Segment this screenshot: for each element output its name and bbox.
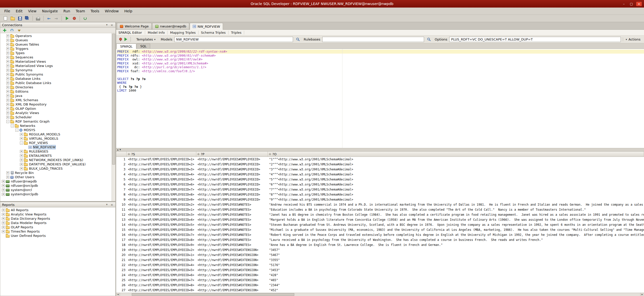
tree-item-queues[interactable]: +Queues (0, 38, 112, 42)
tree-item-all-reports[interactable]: +All Reports (0, 208, 115, 212)
expand-icon[interactable]: + (2, 217, 5, 220)
cell-s[interactable]: <http://nwrdf/EMPLOYEES/EMPLOYEEID=6> (127, 183, 196, 186)
debug-icon[interactable] (71, 15, 78, 21)
cell-p[interactable]: <http://nwrdf/EMPLOYEES#NOTES> (196, 233, 268, 237)
cell-s[interactable]: <http://nwrdf/EMPLOYEES/EMPLOYEEID=2> (127, 163, 196, 166)
tree-item-directories[interactable]: +Directories (0, 85, 112, 89)
tree-item-regular-models[interactable]: +REGULAR_MODELS (0, 132, 112, 136)
open-folder-icon[interactable] (9, 15, 16, 21)
tab-nw-rdfview[interactable]: NW_RDFVIEW (190, 23, 223, 30)
cell-s[interactable]: <http://nwrdf/EMPLOYEES/EMPLOYEEID=4> (127, 263, 196, 267)
cell-o[interactable]: "5467" (268, 253, 644, 257)
expand-icon[interactable]: + (6, 112, 9, 115)
expand-icon[interactable]: + (6, 176, 9, 179)
panel-menu-icon[interactable] (105, 203, 109, 207)
cell-o[interactable]: "Steven Buchanan graduated from St. Andr… (268, 223, 644, 227)
subtab-triples[interactable]: Triples (229, 31, 244, 34)
tree-item-rulebases[interactable]: +RULEBASES (0, 149, 112, 154)
expand-icon[interactable]: + (2, 184, 5, 187)
expand-icon[interactable]: + (20, 159, 23, 162)
tree-item-xml-schemas[interactable]: +XML Schemas (0, 98, 112, 102)
tree-item-analytic-view-reports[interactable]: +Analytic View Reports (0, 212, 115, 216)
expand-icon[interactable]: + (6, 94, 9, 97)
cell-p[interactable]: <http://nwrdf/EMPLOYEES#EXTENSION> (196, 288, 268, 292)
tree-item-analytic-views[interactable]: +Analytic Views (0, 111, 112, 115)
expand-icon[interactable]: + (6, 86, 9, 89)
cell-p[interactable]: <http://nwrdf/EMPLOYEES#EMPLOYEEID> (196, 158, 268, 161)
table-row[interactable]: 13<http://nwrdf/EMPLOYEES/EMPLOYEEID=4><… (116, 217, 644, 222)
cell-s[interactable]: <http://nwrdf/EMPLOYEES/EMPLOYEEID=9> (127, 198, 196, 201)
cell-o[interactable]: "Michael is a graduate of Sussex Univers… (268, 228, 644, 232)
cell-p[interactable]: <http://nwrdf/EMPLOYEES#NOTES> (196, 218, 268, 221)
templates-dropdown[interactable]: Templates ▾ (134, 36, 158, 42)
pin-icon[interactable] (119, 38, 122, 41)
tree-item-rdf-semantic-graph[interactable]: -RDF Semantic Graph (0, 119, 112, 124)
cell-s[interactable]: <http://nwrdf/EMPLOYEES/EMPLOYEEID=1> (127, 253, 196, 257)
cell-p[interactable]: <http://nwrdf/EMPLOYEES#NOTES> (196, 223, 268, 227)
tree-item-materialized-views[interactable]: +Materialized Views (0, 59, 112, 64)
print-icon[interactable] (35, 15, 41, 21)
table-row[interactable]: 2<http://nwrdf/EMPLOYEES/EMPLOYEEID=2><h… (116, 162, 644, 167)
expand-icon[interactable]: + (20, 150, 23, 153)
scrollbar-thumb[interactable] (132, 293, 294, 296)
tree-item-public-synonyms[interactable]: +Public Synonyms (0, 72, 112, 77)
table-row[interactable]: 9<http://nwrdf/EMPLOYEES/EMPLOYEEID=9><h… (116, 197, 644, 202)
cell-s[interactable]: <http://nwrdf/EMPLOYEES/EMPLOYEEID=2> (127, 248, 196, 252)
expand-icon[interactable]: + (2, 189, 5, 192)
tree-item-public-database-links[interactable]: +Public Database Links (0, 81, 112, 85)
table-row[interactable]: 18<http://nwrdf/EMPLOYEES/EMPLOYEEID=9><… (116, 242, 644, 247)
panel-menu-icon[interactable] (105, 23, 109, 27)
expand-icon[interactable]: + (6, 52, 9, 55)
tab-sparql[interactable]: SPARQL (116, 44, 136, 49)
cell-o[interactable]: "465" (268, 278, 644, 282)
add-icon[interactable] (2, 28, 7, 33)
tab-sql[interactable]: SQL (137, 44, 150, 49)
tree-item-editions[interactable]: +Editions (0, 89, 112, 94)
expand-icon[interactable]: + (20, 137, 23, 140)
cell-s[interactable]: <http://nwrdf/EMPLOYEES/EMPLOYEEID=7> (127, 278, 196, 282)
table-row[interactable]: 17<http://nwrdf/EMPLOYEES/EMPLOYEEID=8><… (116, 237, 644, 242)
expand-icon[interactable]: + (2, 226, 5, 229)
cell-p[interactable]: <http://nwrdf/EMPLOYEES#EMPLOYEEID> (196, 193, 268, 196)
table-row[interactable]: 22<http://nwrdf/EMPLOYEES/EMPLOYEEID=4><… (116, 263, 644, 268)
cell-s[interactable]: <http://nwrdf/EMPLOYEES/EMPLOYEEID=3> (127, 258, 196, 262)
menu-edit[interactable]: Edit (13, 8, 25, 14)
expand-icon[interactable]: + (6, 34, 9, 38)
expand-icon[interactable]: + (6, 73, 9, 76)
table-row[interactable]: 23<http://nwrdf/EMPLOYEES/EMPLOYEEID=5><… (116, 268, 644, 273)
rulebases-combo[interactable] (322, 37, 424, 42)
expand-icon[interactable]: + (6, 43, 9, 46)
table-row[interactable]: 21<http://nwrdf/EMPLOYEES/EMPLOYEEID=3><… (116, 257, 644, 263)
cell-s[interactable]: <http://nwrdf/EMPLOYEES/EMPLOYEEID=7> (127, 233, 196, 237)
expand-icon[interactable]: + (2, 213, 5, 216)
tab-nwuser-nwpdb[interactable]: nwuser@nwpdb (152, 23, 189, 29)
table-row[interactable]: 14<http://nwrdf/EMPLOYEES/EMPLOYEEID=5><… (116, 222, 644, 227)
tree-item-xml-db-repository[interactable]: +XML DB Repository (0, 102, 112, 106)
tree-item-entailments[interactable]: +ENTAILMENTS (0, 154, 112, 158)
models-search-icon[interactable] (295, 36, 301, 42)
tree-item-datatype-indexes-rdf-value[interactable]: +DATATYPE_INDEXES (RDF_VALUE$) (0, 162, 112, 166)
cell-s[interactable]: <http://nwrdf/EMPLOYEES/EMPLOYEEID=1> (127, 158, 196, 161)
column-header-p[interactable]: ?P (196, 152, 268, 157)
cell-o[interactable]: "Margaret holds a BA in English literatu… (268, 218, 644, 221)
table-row[interactable]: 15<http://nwrdf/EMPLOYEES/EMPLOYEEID=6><… (116, 227, 644, 232)
tree-item-network-indexes-rdf-link[interactable]: +NETWORK_INDEXES (RDF_LINK$) (0, 158, 112, 162)
cell-o[interactable]: "4"^^<http://www.w3.org/2001/XMLSchema#d… (268, 173, 644, 176)
cell-o[interactable]: "2344" (268, 283, 644, 287)
collapse-icon[interactable]: - (15, 129, 18, 132)
tree-item-other-users[interactable]: +Other Users (0, 175, 112, 179)
cell-p[interactable]: <http://nwrdf/EMPLOYEES#NOTES> (196, 228, 268, 232)
cell-o[interactable]: "452" (268, 288, 644, 292)
cell-o[interactable]: "Laura received a BA in psychology from … (268, 238, 644, 242)
cell-p[interactable]: <http://nwrdf/EMPLOYEES#NOTES> (196, 208, 268, 211)
panel-close-icon[interactable] (110, 23, 114, 27)
menu-view[interactable]: View (25, 8, 39, 14)
collapse-down-icon[interactable]: ▼ (119, 149, 121, 151)
menu-team[interactable]: Team (73, 8, 88, 14)
models-combo[interactable]: NW_RDFVIEW (174, 37, 293, 42)
cell-p[interactable]: <http://nwrdf/EMPLOYEES#NOTES> (196, 203, 268, 206)
table-row[interactable]: 25<http://nwrdf/EMPLOYEES/EMPLOYEEID=7><… (116, 278, 644, 283)
new-file-icon[interactable] (2, 15, 9, 21)
tree-item-types[interactable]: +Types (0, 51, 112, 55)
scroll-right-icon[interactable]: ▶ (640, 293, 644, 296)
